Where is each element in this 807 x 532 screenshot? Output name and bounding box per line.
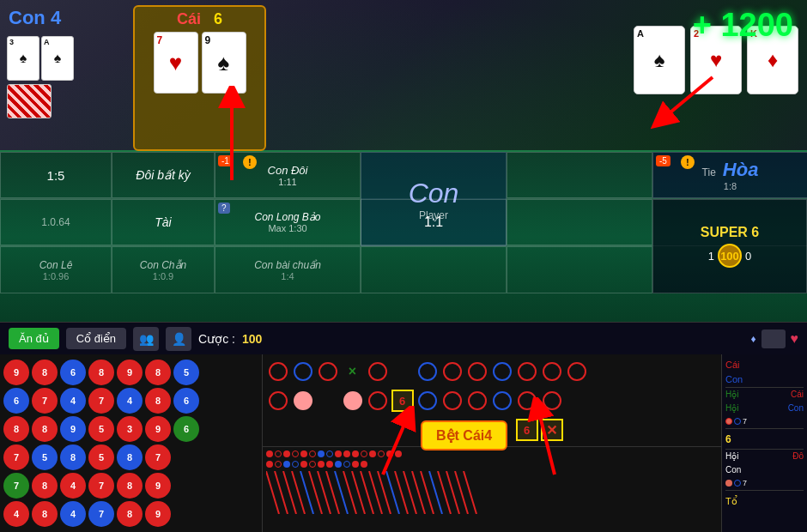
dot-r5c2: 8 — [32, 473, 58, 499]
bet-1-1[interactable]: 1:1 — [361, 199, 507, 245]
legend-dots-2: 7 — [725, 477, 804, 489]
bead-r2c17 — [664, 386, 689, 415]
dot-r4c7 — [172, 443, 197, 469]
bet-con-bai-chuan[interactable]: Con bài chuẩn 1:4 — [215, 246, 361, 293]
con-card-2: A ♠ — [41, 36, 74, 81]
bet-empty-2 — [507, 199, 652, 245]
dot-r4c1: 7 — [3, 444, 29, 470]
bead-r2c16 — [639, 386, 664, 415]
bet-tai[interactable]: Tài — [112, 199, 215, 245]
bead-r3c3 — [315, 415, 340, 444]
bead-r3c19 — [713, 415, 721, 444]
score-display: + 1200 — [693, 7, 793, 44]
arrow-cai — [197, 86, 266, 189]
score-left-grid: 9 8 6 8 9 8 5 6 7 4 7 4 8 6 8 8 9 5 3 9 … — [0, 354, 262, 532]
dot-r1c2: 8 — [32, 360, 58, 385]
bet-empty-3 — [361, 246, 507, 293]
dot-r1c1: 9 — [3, 360, 29, 385]
dot-r6c1: 4 — [3, 501, 29, 527]
bead-r2c3 — [315, 386, 340, 415]
con-label: Con 4 — [9, 7, 61, 29]
dot-r1c4: 8 — [88, 360, 114, 385]
bead-r3c1 — [265, 415, 290, 444]
bead-r1c15 — [614, 357, 639, 386]
dot-r2c6: 8 — [145, 388, 171, 414]
dot-r3c1: 8 — [3, 416, 29, 442]
dot-r2c8 — [200, 386, 226, 412]
con-card-1: 3 ♠ — [7, 36, 39, 81]
co-dien-button[interactable]: Cổ điển — [66, 328, 126, 349]
dot-r1c9 — [228, 358, 254, 384]
bead-r2c9 — [464, 386, 489, 415]
cuoc-label: Cược : — [198, 332, 235, 346]
line-road — [263, 447, 721, 517]
dot-r6c3: 4 — [60, 501, 86, 527]
score-legend: Cái Con Hội Cái Hội Con 7 6 Hội Đô Con — [721, 354, 807, 532]
dot-r4c4: 5 — [88, 444, 114, 470]
bet-super6[interactable]: SUPER 6 1 100 0 — [652, 199, 807, 293]
bet-table: 1:5 Đôi bất kỳ -1 ! Con Đôi 1:11 Con Pla… — [0, 150, 807, 322]
bead-r3c14 — [589, 415, 614, 444]
bead-r1c1 — [265, 357, 290, 386]
an-du-button[interactable]: Ăn đủ — [9, 328, 59, 349]
bead-r1c19 — [713, 357, 721, 386]
bet-1-5[interactable]: 1:5 — [0, 152, 112, 198]
bead-r2c8 — [440, 386, 464, 415]
dot-r2c4: 7 — [88, 388, 114, 414]
dot-r3c9 — [228, 414, 254, 440]
dot-r2c7: 6 — [173, 388, 199, 414]
bead-r1c17 — [664, 357, 689, 386]
diag-svg — [266, 471, 718, 514]
bet-empty-4 — [507, 246, 652, 293]
dot-r5c9 — [228, 471, 254, 497]
bet-con-long-bao[interactable]: ? Con Long Bảo Max 1:30 — [215, 199, 361, 245]
bet-hoa[interactable]: -5 ! Tie Hòa 1:8 — [652, 152, 807, 198]
bead-r1c6 — [390, 357, 415, 386]
legend-hoi: Hội Cái — [725, 387, 804, 401]
legend-hoi-con: Hội Con — [725, 402, 804, 414]
bead-r1c12 — [539, 357, 564, 386]
con-card-3 — [7, 84, 52, 118]
legend-ho: Hội Đô — [725, 449, 804, 462]
legend-ho-con: Con — [725, 463, 804, 476]
legend-to: Tổ — [725, 490, 804, 510]
dot-r5c7 — [172, 471, 197, 497]
dot-r4c8 — [200, 443, 226, 469]
toolbar-right: ♦ ♥ — [750, 329, 798, 348]
bead-r1c4: × — [340, 357, 365, 386]
bet-1-0-64[interactable]: 1.0.64 — [0, 199, 112, 245]
bet-con-chan[interactable]: Con Chẵn 1:0.9 — [112, 246, 215, 293]
bead-r1c5 — [365, 357, 390, 386]
bead-r3c4 — [340, 415, 365, 444]
bead-r2c10 — [489, 386, 514, 415]
user-icon-button[interactable]: 👤 — [166, 327, 191, 351]
cai-card-1: 7 ♥ — [154, 32, 198, 94]
dot-r6c2: 8 — [32, 501, 58, 527]
toolbar-icon-1[interactable] — [761, 329, 786, 348]
dot-r6c6: 9 — [145, 501, 171, 527]
bead-r3c18 — [689, 415, 713, 444]
super6-badge: 100 — [718, 244, 742, 268]
bet-con-le[interactable]: Con Lê 1:0.96 — [0, 246, 112, 293]
dot-r3c4: 5 — [88, 416, 114, 442]
dot-r2c5: 4 — [117, 388, 143, 414]
bead-r1c14 — [589, 357, 614, 386]
dot-r1c8 — [200, 358, 226, 384]
dot-r4c9 — [228, 443, 254, 469]
dot-r3c2: 8 — [32, 416, 58, 442]
dot-r4c2: 5 — [32, 444, 58, 470]
dot-r4c5: 8 — [117, 444, 143, 470]
bead-r3c15 — [614, 415, 639, 444]
bead-r1c7 — [415, 357, 440, 386]
cai-number: 6 — [214, 10, 222, 27]
con-cards-area: 3 ♠ A ♠ — [7, 36, 74, 118]
bead-r1c11 — [514, 357, 539, 386]
group-icon-button[interactable]: 👥 — [133, 327, 159, 351]
dot-r5c1: 7 — [3, 473, 29, 499]
line-row-2 — [266, 461, 718, 468]
arrow-dealer — [644, 69, 721, 137]
diagonal-area — [266, 471, 718, 514]
bottom-road — [263, 446, 721, 532]
bead-r2c15 — [614, 386, 639, 415]
dot-r3c8 — [200, 414, 226, 440]
